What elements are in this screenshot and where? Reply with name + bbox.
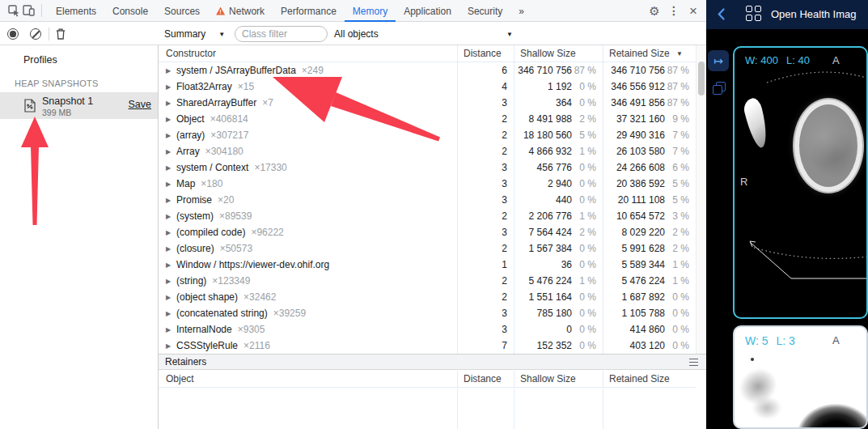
ohif-logo-icon[interactable] bbox=[746, 6, 764, 23]
constructor-cell[interactable]: ▶(string)×123349 bbox=[159, 273, 457, 289]
disclosure-triangle-icon[interactable]: ▶ bbox=[166, 164, 176, 172]
constructor-cell[interactable]: ▶(object shape)×32462 bbox=[159, 289, 457, 305]
heap-table-row[interactable]: ▶Float32Array×1541 1920 %346 556 91287 % bbox=[159, 79, 696, 95]
instance-count: ×9305 bbox=[238, 324, 265, 335]
heap-table-row[interactable]: ▶SharedArrayBuffer×733640 %346 491 85687… bbox=[159, 95, 696, 111]
heap-table-row[interactable]: ▶system / Context×173303456 7760 %24 266… bbox=[159, 159, 696, 176]
disclosure-triangle-icon[interactable]: ▶ bbox=[166, 67, 176, 74]
inspect-element-icon[interactable] bbox=[6, 3, 21, 18]
constructor-cell[interactable]: ▶Float32Array×15 bbox=[159, 79, 457, 95]
disclosure-triangle-icon[interactable]: ▶ bbox=[166, 181, 176, 188]
retained-size-cell: 346 710 75687 % bbox=[603, 62, 696, 79]
constructor-cell[interactable]: ▶Window / https://viewer-dev.ohif.org bbox=[159, 257, 457, 273]
heap-table-row[interactable]: ▶CSSStyleRule×21167152 3520 %403 1200 % bbox=[159, 338, 696, 354]
reference-lines-tool-icon[interactable]: ↦ bbox=[708, 50, 729, 71]
snapshot-item[interactable]: Snapshot 1 399 MB Save bbox=[0, 92, 158, 119]
disclosure-triangle-icon[interactable]: ▶ bbox=[166, 116, 176, 123]
column-header-object[interactable]: Object bbox=[159, 371, 457, 387]
record-heap-icon[interactable] bbox=[7, 28, 19, 40]
heap-table-row[interactable]: ▶(string)×12334925 476 2241 %5 476 2241 … bbox=[159, 273, 696, 289]
chevron-down-icon[interactable]: ▼ bbox=[506, 31, 513, 38]
tab-memory[interactable]: Memory bbox=[345, 0, 396, 22]
heap-table-row[interactable]: ▶(array)×307217218 180 5605 %29 490 3167… bbox=[159, 127, 696, 143]
heap-table-row[interactable]: ▶(compiled code)×9622237 564 4242 %8 029… bbox=[159, 224, 696, 240]
tab-network[interactable]: !Network bbox=[208, 0, 273, 22]
retainers-menu-icon[interactable] bbox=[689, 359, 698, 366]
constructor-cell[interactable]: ▶system / Context×17330 bbox=[159, 159, 457, 176]
constructor-cell[interactable]: ▶SharedArrayBuffer×7 bbox=[159, 95, 457, 111]
heap-table-row[interactable]: ▶(system)×8953922 206 7761 %10 654 5723 … bbox=[159, 208, 696, 224]
viewport-axial-ct[interactable]: W: 400 L: 40 A R bbox=[733, 46, 868, 319]
constructor-cell[interactable]: ▶Object×406814 bbox=[159, 111, 457, 127]
tab-application[interactable]: Application bbox=[396, 0, 459, 22]
constructor-cell[interactable]: ▶(compiled code)×96222 bbox=[159, 224, 457, 240]
constructor-cell[interactable]: ▶(closure)×50573 bbox=[159, 240, 457, 257]
layers-tool-icon[interactable] bbox=[713, 82, 729, 98]
constructor-cell[interactable]: ▶Promise×20 bbox=[159, 192, 457, 208]
constructor-cell[interactable]: ▶Map×180 bbox=[159, 176, 457, 192]
disclosure-triangle-icon[interactable]: ▶ bbox=[166, 197, 176, 204]
kebab-menu-icon[interactable]: ⋮ bbox=[664, 1, 684, 20]
constructor-cell[interactable]: ▶CSSStyleRule×2116 bbox=[159, 338, 457, 354]
heap-table-row[interactable]: ▶(object shape)×3246221 551 1640 %1 687 … bbox=[159, 289, 696, 305]
tab-more[interactable]: » bbox=[510, 0, 532, 22]
distance-cell: 3 bbox=[457, 305, 514, 321]
device-toolbar-icon[interactable] bbox=[21, 3, 36, 18]
heap-table-row[interactable]: ▶InternalNode×9305300 %414 8600 % bbox=[159, 321, 696, 338]
column-header-retained-size[interactable]: Retained Size bbox=[603, 371, 696, 387]
tab-security[interactable]: Security bbox=[459, 0, 510, 22]
constructor-cell[interactable]: ▶system / JSArrayBufferData×249 bbox=[159, 62, 457, 79]
disclosure-triangle-icon[interactable]: ▶ bbox=[166, 100, 176, 107]
heap-table-row[interactable]: ▶Object×40681428 491 9882 %37 321 1609 % bbox=[159, 111, 696, 127]
close-icon[interactable]: × bbox=[684, 1, 703, 20]
perspective-select[interactable]: Summary ▼ bbox=[164, 23, 225, 45]
constructor-cell[interactable]: ▶InternalNode×9305 bbox=[159, 321, 457, 338]
trash-icon[interactable] bbox=[56, 28, 66, 43]
shallow-size-percent: 5 % bbox=[572, 130, 603, 141]
scrollbar-thumb[interactable] bbox=[698, 62, 705, 96]
disclosure-triangle-icon[interactable]: ▶ bbox=[166, 278, 176, 285]
heap-table-row[interactable]: ▶(concatenated string)×392593785 1800 %1… bbox=[159, 305, 696, 321]
heap-table-row[interactable]: ▶system / JSArrayBufferData×2496346 710 … bbox=[159, 62, 696, 79]
disclosure-triangle-icon[interactable]: ▶ bbox=[166, 310, 176, 317]
class-filter-input[interactable] bbox=[235, 26, 328, 42]
objects-select-label[interactable]: All objects bbox=[334, 28, 379, 40]
constructor-cell[interactable]: ▶Array×304180 bbox=[159, 143, 457, 159]
disclosure-triangle-icon[interactable]: ▶ bbox=[166, 83, 176, 91]
disclosure-triangle-icon[interactable]: ▶ bbox=[166, 261, 176, 269]
heap-table-row[interactable]: ▶(closure)×5057321 567 3840 %5 991 6282 … bbox=[159, 240, 696, 257]
tab-sources[interactable]: Sources bbox=[156, 0, 208, 22]
save-snapshot-link[interactable]: Save bbox=[129, 99, 152, 110]
disclosure-triangle-icon[interactable]: ▶ bbox=[166, 326, 176, 333]
tab-elements[interactable]: Elements bbox=[48, 0, 104, 22]
heap-table-row[interactable]: ▶Window / https://viewer-dev.ohif.org136… bbox=[159, 257, 696, 273]
tab-console[interactable]: Console bbox=[104, 0, 156, 22]
disclosure-triangle-icon[interactable]: ▶ bbox=[166, 213, 176, 220]
shallow-size-value: 1 567 384 bbox=[529, 243, 572, 254]
viewport-inverted-ct[interactable]: W: 5 L: 3 A bbox=[733, 325, 868, 429]
column-header-distance[interactable]: Distance bbox=[457, 45, 514, 62]
disclosure-triangle-icon[interactable]: ▶ bbox=[166, 294, 176, 301]
shallow-size-value: 4 866 932 bbox=[529, 146, 572, 157]
column-header-constructor[interactable]: Constructor bbox=[159, 45, 457, 62]
column-header-retained-size[interactable]: Retained Size ▼ bbox=[603, 45, 696, 62]
heap-table-row[interactable]: ▶Array×30418024 866 9321 %26 103 5807 % bbox=[159, 143, 696, 159]
column-header-distance[interactable]: Distance bbox=[457, 371, 514, 387]
disclosure-triangle-icon[interactable]: ▶ bbox=[166, 245, 176, 253]
settings-gear-icon[interactable]: ⚙ bbox=[645, 1, 664, 20]
disclosure-triangle-icon[interactable]: ▶ bbox=[166, 148, 176, 155]
column-header-shallow-size[interactable]: Shallow Size bbox=[514, 45, 603, 62]
constructor-cell[interactable]: ▶(system)×89539 bbox=[159, 208, 457, 224]
back-chevron-icon[interactable] bbox=[718, 8, 725, 23]
column-header-shallow-size[interactable]: Shallow Size bbox=[514, 371, 603, 387]
heap-table-row[interactable]: ▶Map×18032 9400 %20 386 5925 % bbox=[159, 176, 696, 192]
disclosure-triangle-icon[interactable]: ▶ bbox=[166, 132, 176, 139]
constructor-cell[interactable]: ▶(concatenated string)×39259 bbox=[159, 305, 457, 321]
disclosure-triangle-icon[interactable]: ▶ bbox=[166, 342, 176, 350]
disclosure-triangle-icon[interactable]: ▶ bbox=[166, 229, 176, 236]
heap-table-row[interactable]: ▶Promise×2034400 %20 111 1085 % bbox=[159, 192, 696, 208]
clear-profiles-icon[interactable] bbox=[30, 28, 41, 40]
constructor-cell[interactable]: ▶(array)×307217 bbox=[159, 127, 457, 143]
tab-performance[interactable]: Performance bbox=[273, 0, 345, 22]
table-scrollbar[interactable] bbox=[696, 45, 706, 354]
